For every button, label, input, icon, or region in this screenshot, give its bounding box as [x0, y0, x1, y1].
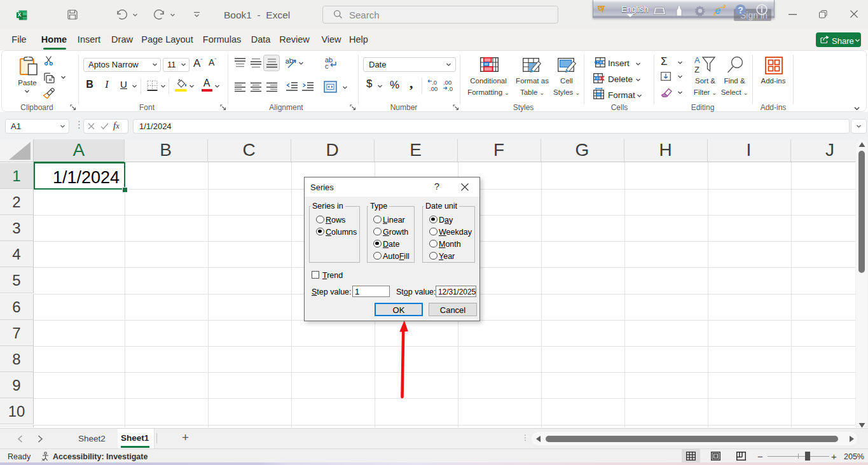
svg-text:Z: Z	[694, 65, 699, 74]
svg-text:.00: .00	[429, 85, 437, 92]
svg-text:A: A	[694, 55, 700, 65]
svg-text:X: X	[18, 12, 22, 18]
svg-text:?: ?	[738, 5, 743, 15]
svg-text:.0: .0	[448, 85, 453, 92]
svg-text:c: c	[325, 62, 329, 69]
